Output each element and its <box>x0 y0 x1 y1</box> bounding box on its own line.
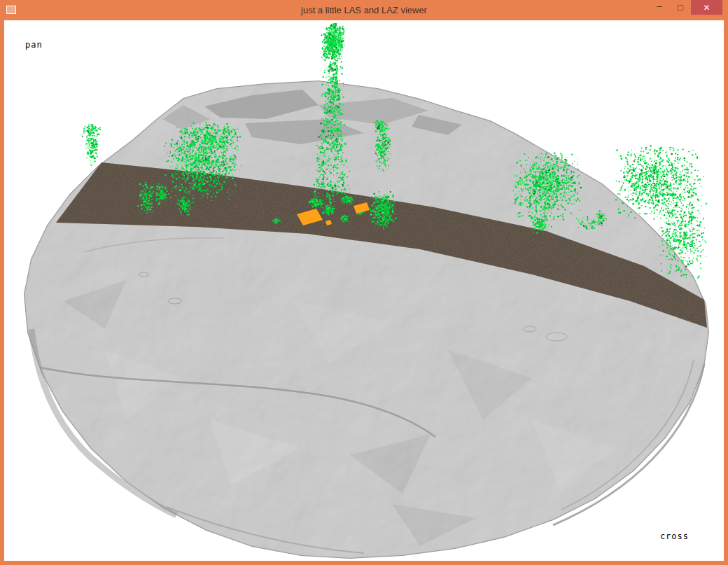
minimize-icon: – <box>657 1 662 11</box>
window-controls: – □ ✕ <box>649 0 722 15</box>
minimize-button[interactable]: – <box>649 0 670 15</box>
cross-mode-label: cross <box>660 531 689 541</box>
maximize-button[interactable]: □ <box>670 0 691 15</box>
close-button[interactable]: ✕ <box>691 0 722 15</box>
close-icon: ✕ <box>703 3 710 13</box>
render-viewport: pan cross <box>4 20 724 561</box>
pan-mode-label: pan <box>25 40 43 50</box>
maximize-icon: □ <box>678 2 683 13</box>
point-cloud-view[interactable] <box>4 20 724 561</box>
titlebar[interactable]: just a little LAS and LAZ viewer – □ ✕ <box>0 0 728 20</box>
app-window: just a little LAS and LAZ viewer – □ ✕ <box>0 0 728 565</box>
window-title: just a little LAS and LAZ viewer <box>0 0 728 20</box>
